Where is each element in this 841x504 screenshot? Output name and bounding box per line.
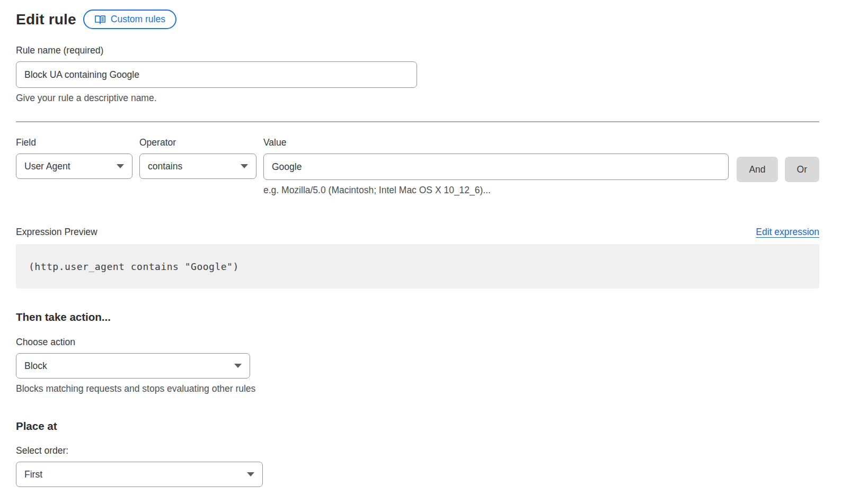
expression-header: Expression Preview Edit expression [16, 227, 819, 238]
action-help: Blocks matching requests and stops evalu… [16, 383, 819, 394]
caret-down-icon [234, 364, 242, 368]
section-divider [16, 121, 819, 122]
caret-down-icon [117, 164, 124, 168]
rule-name-section: Rule name (required) Give your rule a de… [16, 45, 819, 104]
custom-rules-button[interactable]: Custom rules [83, 10, 176, 29]
page-title: Edit rule [16, 11, 76, 28]
action-heading: Then take action... [16, 311, 819, 323]
edit-expression-link[interactable]: Edit expression [756, 227, 819, 238]
page-header: Edit rule Custom rules [16, 10, 819, 29]
condition-row: Field User Agent Operator contains Value… [16, 137, 819, 196]
order-select-value: First [24, 469, 42, 480]
custom-rules-button-label: Custom rules [111, 14, 165, 25]
operator-column: Operator contains [139, 137, 256, 179]
value-help: e.g. Mozilla/5.0 (Macintosh; Intel Mac O… [263, 185, 729, 196]
expression-code: (http.user_agent contains "Google") [29, 261, 239, 272]
caret-down-icon [241, 164, 248, 168]
placement-section: Place at Select order: First [16, 420, 819, 487]
value-label: Value [263, 137, 729, 148]
operator-select[interactable]: contains [139, 154, 256, 179]
place-at-heading: Place at [16, 420, 819, 433]
order-select[interactable]: First [16, 462, 263, 487]
field-column: Field User Agent [16, 137, 132, 179]
action-select-value: Block [24, 361, 47, 372]
conjunction-buttons: And Or [737, 137, 819, 182]
action-section: Then take action... Choose action Block … [16, 311, 819, 394]
value-input[interactable] [263, 154, 729, 180]
field-label: Field [16, 137, 132, 148]
caret-down-icon [247, 472, 254, 476]
field-select-value: User Agent [24, 161, 70, 172]
expression-preview-label: Expression Preview [16, 227, 98, 238]
rule-name-input[interactable] [16, 61, 417, 88]
rule-name-label: Rule name (required) [16, 45, 819, 56]
and-button[interactable]: And [737, 157, 777, 182]
or-button[interactable]: Or [785, 157, 819, 182]
rule-name-help: Give your rule a descriptive name. [16, 93, 819, 104]
expression-code-block: (http.user_agent contains "Google") [16, 244, 819, 289]
operator-label: Operator [139, 137, 256, 148]
value-column: Value e.g. Mozilla/5.0 (Macintosh; Intel… [263, 137, 729, 196]
choose-action-label: Choose action [16, 337, 819, 348]
field-select[interactable]: User Agent [16, 154, 132, 179]
action-select[interactable]: Block [16, 353, 250, 379]
select-order-label: Select order: [16, 445, 819, 456]
operator-select-value: contains [148, 161, 182, 172]
open-book-icon [94, 14, 106, 25]
edit-rule-page: Edit rule Custom rules Rule name (requir… [0, 0, 841, 487]
